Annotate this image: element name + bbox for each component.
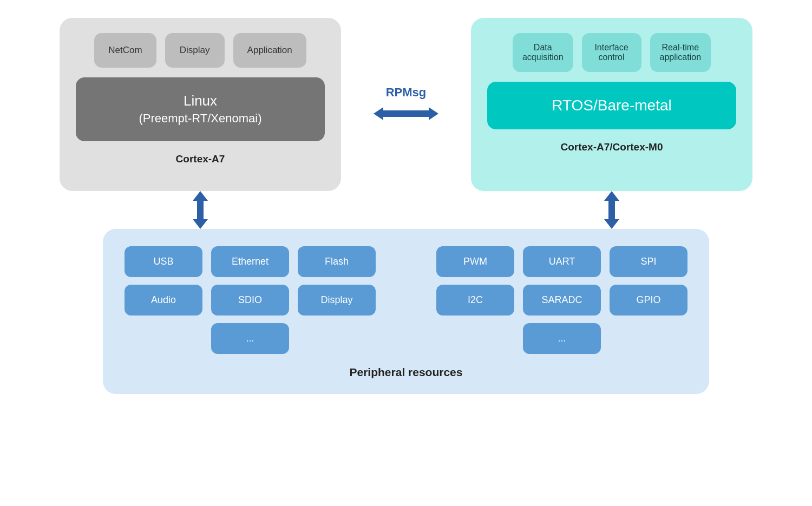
- periph-dots-left: ...: [211, 323, 289, 354]
- peripheral-row-3: ... ...: [125, 323, 687, 354]
- cortex-m0-box: Dataacquisition Interfacecontrol Real-ti…: [471, 18, 752, 191]
- svg-marker-6: [604, 191, 619, 201]
- svg-rect-7: [608, 201, 615, 219]
- peripheral-row-1: USB Ethernet Flash PWM UART SPI: [125, 246, 687, 277]
- periph-uart: UART: [523, 246, 601, 277]
- v-arrow-left: [60, 191, 341, 229]
- peripheral-label: Peripheral resources: [350, 366, 463, 379]
- periph-spi: SPI: [610, 246, 687, 277]
- rtos-label: RTOS/Bare-metal: [552, 97, 671, 114]
- svg-marker-2: [429, 107, 438, 120]
- top-row: NetCom Display Application Linux(Preempt…: [27, 18, 785, 191]
- svg-marker-8: [604, 219, 619, 229]
- rpmsg-arrow: [374, 104, 438, 123]
- linux-box: Linux(Preempt-RT/Xenomai): [76, 77, 325, 141]
- periph-usb: USB: [125, 246, 202, 277]
- periph-dots-right: ...: [523, 323, 601, 354]
- app-chip-netcom: NetCom: [94, 33, 156, 68]
- linux-label: Linux(Preempt-RT/Xenomai): [139, 93, 262, 126]
- app-chip-interface-ctrl: Interfacecontrol: [582, 33, 641, 72]
- rpmsg-area: RPMsg: [363, 86, 449, 123]
- cortex-a7-label: Cortex-A7: [176, 153, 225, 165]
- peripheral-rows: USB Ethernet Flash PWM UART SPI Audio SD…: [125, 246, 687, 354]
- svg-rect-4: [197, 201, 204, 219]
- svg-rect-1: [383, 110, 429, 117]
- periph-i2c: I2C: [436, 285, 514, 316]
- peripheral-row-2: Audio SDIO Display I2C SARADC GPIO: [125, 285, 687, 316]
- cortex-a7-apps: NetCom Display Application: [94, 33, 306, 68]
- periph-gpio: GPIO: [610, 285, 687, 316]
- v-arrow-right: [471, 191, 752, 229]
- periph-sdio: SDIO: [211, 285, 289, 316]
- app-chip-realtime-app: Real-timeapplication: [650, 33, 711, 72]
- periph-display: Display: [298, 285, 376, 316]
- vertical-arrows-row: [27, 191, 785, 229]
- diagram: NetCom Display Application Linux(Preempt…: [27, 18, 785, 489]
- app-chip-display: Display: [165, 33, 225, 68]
- rtos-box: RTOS/Bare-metal: [487, 82, 736, 129]
- rpmsg-label: RPMsg: [386, 86, 427, 100]
- peripheral-box: USB Ethernet Flash PWM UART SPI Audio SD…: [103, 229, 709, 394]
- svg-marker-0: [374, 107, 383, 120]
- periph-saradc: SARADC: [523, 285, 601, 316]
- svg-marker-3: [193, 191, 208, 201]
- periph-ethernet: Ethernet: [211, 246, 289, 277]
- app-chip-application: Application: [233, 33, 306, 68]
- cortex-a7-box: NetCom Display Application Linux(Preempt…: [60, 18, 341, 191]
- cortex-m0-label: Cortex-A7/Cortex-M0: [561, 141, 663, 153]
- periph-audio: Audio: [125, 285, 202, 316]
- cortex-m0-apps: Dataacquisition Interfacecontrol Real-ti…: [513, 33, 711, 72]
- periph-pwm: PWM: [436, 246, 514, 277]
- periph-flash: Flash: [298, 246, 376, 277]
- app-chip-data-acq: Dataacquisition: [513, 33, 573, 72]
- svg-marker-5: [193, 219, 208, 229]
